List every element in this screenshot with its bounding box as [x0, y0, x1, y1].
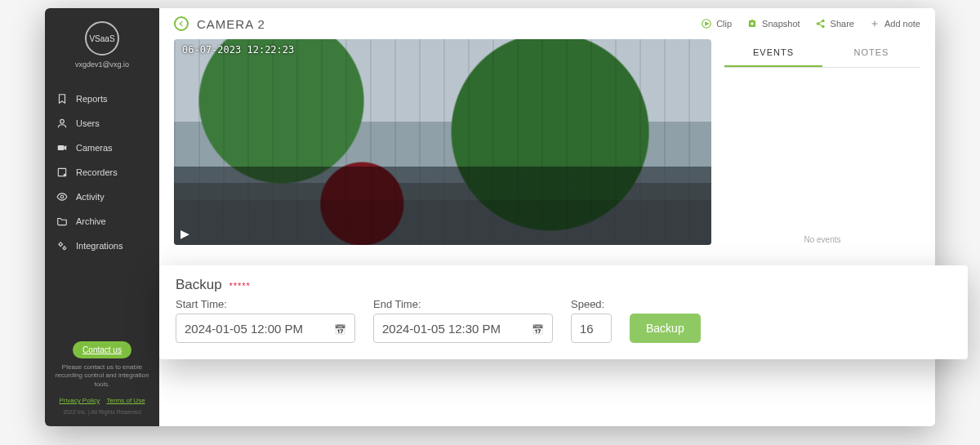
add-note-action[interactable]: Add note: [869, 18, 920, 29]
content: 06-07-2023 12:22:23 ▶ Backup ***** Start…: [159, 39, 935, 426]
speed-input[interactable]: 16: [571, 314, 612, 343]
sidebar-item-archive[interactable]: Archive: [45, 209, 159, 234]
privacy-link[interactable]: Privacy Policy: [59, 397, 100, 404]
backup-popup-title: Backup *****: [176, 277, 951, 293]
speed-field: Speed: 16: [571, 298, 612, 343]
play-button[interactable]: ▶: [180, 227, 189, 240]
start-time-input[interactable]: 2024-01-05 12:00 PM: [176, 314, 355, 343]
required-marker: *****: [229, 281, 250, 291]
sidebar-footer: Contact us Please contact us to enable r…: [45, 332, 159, 426]
svg-point-6: [63, 247, 65, 249]
start-time-value: 2024-01-05 12:00 PM: [185, 322, 303, 336]
copyright: 2022 Inc. | All Rights Reserved: [53, 409, 151, 415]
terms-link[interactable]: Terms of Use: [106, 397, 145, 404]
start-time-field: Start Time: 2024-01-05 12:00 PM: [176, 298, 355, 343]
gears-icon: [56, 240, 68, 251]
svg-point-5: [60, 243, 63, 247]
sidebar-item-activity[interactable]: Activity: [45, 185, 159, 209]
brand: VSaaS vxgdev1@vxg.io: [45, 8, 159, 75]
sidebar-item-label: Users: [76, 118, 100, 128]
svg-point-11: [822, 25, 823, 27]
svg-rect-1: [58, 145, 65, 150]
page-title: CAMERA 2: [197, 17, 265, 31]
back-button[interactable]: [174, 16, 189, 31]
legal-links: Privacy Policy Terms of Use: [53, 397, 151, 404]
clip-label: Clip: [716, 19, 732, 29]
svg-point-4: [60, 195, 64, 198]
tab-events[interactable]: EVENTS: [724, 39, 822, 67]
camera-icon: [56, 142, 68, 154]
video-feed[interactable]: 06-07-2023 12:22:23 ▶: [174, 39, 711, 245]
events-empty: No events: [724, 68, 920, 412]
bookmark-icon: [56, 93, 68, 105]
share-label: Share: [831, 19, 854, 29]
svg-point-8: [751, 22, 754, 25]
backup-popup-title-text: Backup: [176, 277, 222, 292]
speed-value: 16: [580, 322, 594, 336]
sidebar-item-label: Archive: [76, 216, 106, 226]
eye-icon: [56, 191, 68, 202]
sidebar: VSaaS vxgdev1@vxg.io Reports Users Camer…: [45, 8, 159, 426]
svg-point-3: [64, 174, 65, 175]
sidebar-item-label: Activity: [76, 192, 105, 202]
share-action[interactable]: Share: [815, 18, 854, 29]
sidebar-item-label: Integrations: [76, 241, 122, 251]
clip-action[interactable]: Clip: [701, 18, 732, 29]
end-time-label: End Time:: [373, 298, 553, 310]
svg-point-0: [60, 119, 65, 123]
topbar: CAMERA 2 Clip Snapshot Share Add note: [159, 8, 935, 39]
add-note-label: Add note: [884, 19, 920, 29]
calendar-icon[interactable]: [334, 322, 346, 336]
sidebar-item-users[interactable]: Users: [45, 111, 159, 136]
sidebar-item-cameras[interactable]: Cameras: [45, 136, 159, 160]
sidebar-item-recorders[interactable]: Recorders: [45, 160, 159, 185]
share-icon: [815, 18, 826, 29]
play-circle-icon: [701, 18, 712, 29]
backup-popup: Backup ***** Start Time: 2024-01-05 12:0…: [159, 265, 968, 359]
top-actions: Clip Snapshot Share Add note: [701, 18, 920, 29]
recorder-icon: [56, 167, 68, 178]
end-time-field: End Time: 2024-01-05 12:30 PM: [373, 298, 553, 343]
app-shell: VSaaS vxgdev1@vxg.io Reports Users Camer…: [45, 8, 935, 426]
sidebar-item-reports[interactable]: Reports: [45, 87, 159, 111]
folder-icon: [56, 216, 68, 227]
tab-notes[interactable]: NOTES: [822, 39, 920, 67]
sidebar-item-integrations[interactable]: Integrations: [45, 234, 159, 258]
sidebar-item-label: Recorders: [76, 167, 118, 177]
plus-icon: [869, 18, 880, 29]
end-time-value: 2024-01-05 12:30 PM: [382, 322, 501, 336]
contact-us-button[interactable]: Contact us: [73, 341, 131, 358]
sidebar-item-label: Cameras: [76, 143, 113, 153]
snapshot-icon: [746, 18, 758, 29]
sidebar-nav: Reports Users Cameras Recorders Activity…: [45, 87, 159, 258]
snapshot-action[interactable]: Snapshot: [746, 18, 800, 29]
snapshot-label: Snapshot: [762, 19, 800, 29]
end-time-input[interactable]: 2024-01-05 12:30 PM: [373, 314, 553, 343]
tabs: EVENTS NOTES: [724, 39, 920, 68]
speed-label: Speed:: [571, 298, 612, 310]
brand-logo: VSaaS: [85, 21, 119, 56]
contact-text: Please contact us to enable recording co…: [53, 363, 151, 389]
brand-email: vxgdev1@vxg.io: [75, 60, 129, 69]
sidebar-item-label: Reports: [76, 94, 108, 104]
user-icon: [56, 118, 68, 129]
svg-point-10: [822, 20, 823, 21]
backup-button[interactable]: Backup: [630, 314, 701, 343]
main: CAMERA 2 Clip Snapshot Share Add note: [159, 8, 935, 426]
video-timestamp: 06-07-2023 12:22:23: [182, 44, 294, 56]
start-time-label: Start Time:: [176, 298, 355, 310]
calendar-icon[interactable]: [532, 322, 544, 336]
svg-point-9: [817, 23, 818, 24]
